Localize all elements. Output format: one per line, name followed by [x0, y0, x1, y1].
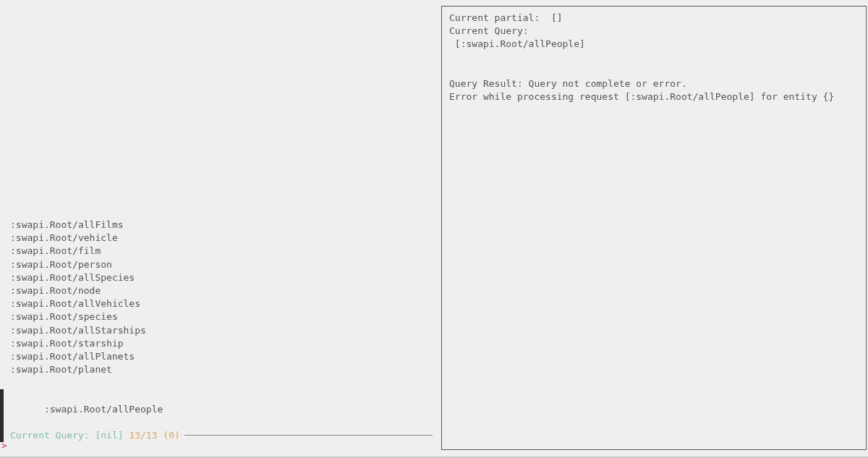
completion-selected-label: :swapi.Root/allPeople	[44, 404, 163, 415]
divider-line	[184, 435, 433, 436]
prompt-input[interactable]: >	[1, 439, 7, 452]
completion-item[interactable]: :swapi.Root/vehicle	[10, 232, 163, 245]
completion-item[interactable]: :swapi.Root/person	[10, 258, 163, 271]
completion-item[interactable]: :swapi.Root/node	[10, 284, 163, 297]
completion-item[interactable]: :swapi.Root/starship	[10, 337, 163, 350]
completion-item[interactable]: :swapi.Root/film	[10, 245, 163, 258]
completion-item[interactable]: :swapi.Root/species	[10, 310, 163, 323]
query-label-line: Current Query:	[449, 25, 529, 36]
spacer	[124, 429, 129, 442]
completion-list: :swapi.Root/allFilms :swapi.Root/vehicle…	[10, 219, 163, 429]
error-line: Error while processing request [:swapi.R…	[449, 91, 834, 102]
completion-item[interactable]: :swapi.Root/allStarships	[10, 324, 163, 337]
completion-item[interactable]: :swapi.Root/allVehicles	[10, 297, 163, 310]
completion-item[interactable]: :swapi.Root/allSpecies	[10, 271, 163, 284]
result-header-line: Query Result: Query not complete or erro…	[449, 78, 687, 89]
result-content: Current partial: [] Current Query: [:swa…	[449, 12, 859, 103]
selection-marker-icon	[0, 389, 4, 442]
completion-pane: :swapi.Root/allFilms :swapi.Root/vehicle…	[0, 0, 434, 458]
current-query-text: Current Query: [nil]	[10, 429, 124, 442]
completion-item[interactable]: :swapi.Root/planet	[10, 363, 163, 376]
completion-item-selected[interactable]: :swapi.Root/allPeople	[10, 376, 163, 429]
result-pane: Current partial: [] Current Query: [:swa…	[441, 6, 867, 450]
partial-line: Current partial: []	[449, 12, 563, 23]
completion-item[interactable]: :swapi.Root/allFilms	[10, 219, 163, 232]
completion-item[interactable]: :swapi.Root/allPlanets	[10, 350, 163, 363]
status-line: Current Query: [nil] 13/13 (0)	[10, 429, 433, 442]
query-value-line: [:swapi.Root/allPeople]	[449, 38, 585, 49]
completion-counter: 13/13 (0)	[129, 429, 179, 442]
